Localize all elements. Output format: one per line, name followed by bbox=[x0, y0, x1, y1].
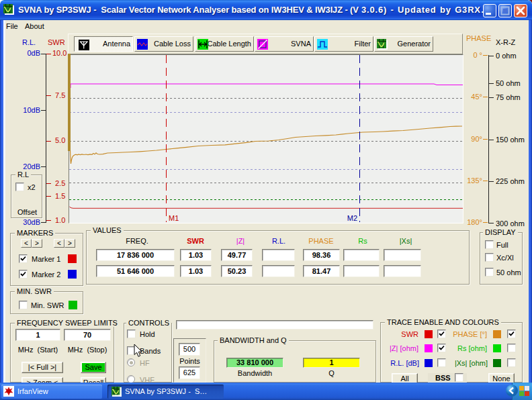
svg-text:M1: M1 bbox=[169, 214, 179, 222]
svg-text:M2: M2 bbox=[347, 214, 357, 222]
